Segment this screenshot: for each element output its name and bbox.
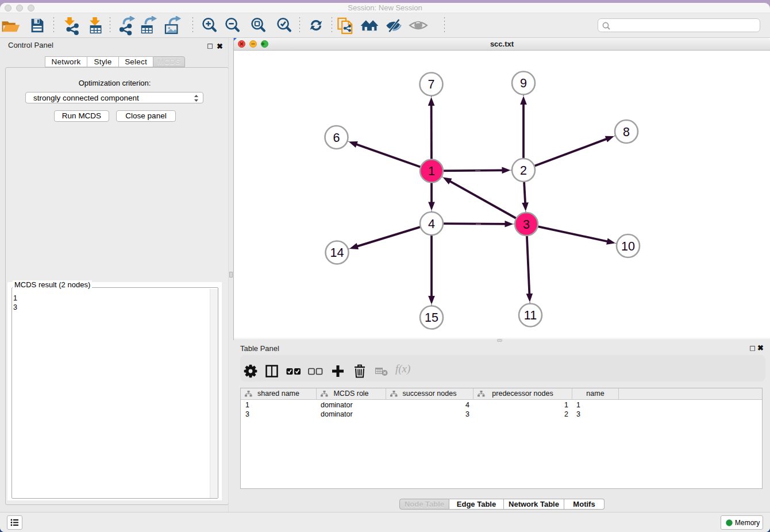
svg-text:10: 10 — [621, 240, 635, 253]
svg-text:1: 1 — [428, 164, 435, 178]
svg-text:15: 15 — [425, 311, 438, 325]
svg-text:9: 9 — [520, 76, 527, 90]
svg-text:6: 6 — [333, 131, 340, 145]
svg-text:4: 4 — [428, 217, 435, 231]
svg-text:8: 8 — [623, 125, 630, 139]
svg-text:7: 7 — [428, 78, 435, 91]
svg-text:14: 14 — [330, 246, 344, 260]
svg-text:3: 3 — [523, 218, 530, 232]
svg-text:2: 2 — [520, 164, 527, 178]
svg-text:11: 11 — [524, 309, 537, 322]
